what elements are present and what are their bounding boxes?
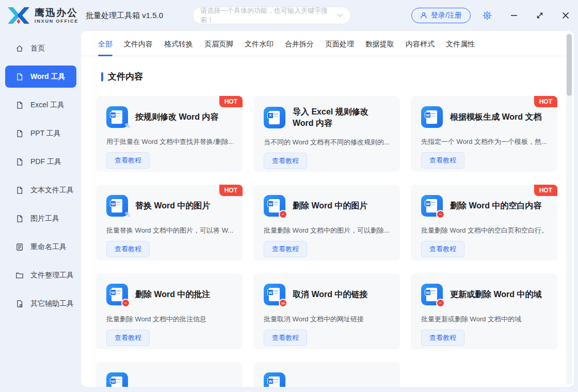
sidebar-item-label: 其它辅助工具 xyxy=(30,299,74,308)
tool-card-partial-1[interactable]: W xyxy=(253,362,400,387)
sidebar-item-label: 首页 xyxy=(30,44,45,53)
tool-card-description: 批量替换 Word 文档中的图片，可以将 W... xyxy=(106,226,233,235)
maximize-button[interactable] xyxy=(534,9,546,22)
tab-4[interactable]: 文件水印 xyxy=(245,31,274,56)
tab-5[interactable]: 合并拆分 xyxy=(285,31,314,56)
maximize-icon xyxy=(535,10,545,21)
tool-card-title: 根据模板生成 Word 文档 xyxy=(450,111,548,123)
file-word-icon xyxy=(15,73,24,81)
pencil-icon: ✎ xyxy=(124,122,131,130)
word-tool-icon: W xyxy=(421,106,443,128)
section-title: 文件内容 xyxy=(108,71,143,83)
word-tool-icon: W∞ xyxy=(264,284,285,305)
home-icon xyxy=(15,44,24,53)
tab-6[interactable]: 页面处理 xyxy=(325,31,354,56)
chevron-down-icon xyxy=(337,13,343,18)
sidebar-item-excel[interactable]: Excel 工具 xyxy=(5,94,76,116)
sidebar-item-other[interactable]: 其它辅助工具 xyxy=(5,292,76,315)
tool-card-5[interactable]: HOTW−删除 Word 中的空白内容批量删除 Word 文档中的空白页和空白行… xyxy=(411,185,557,260)
tab-0[interactable]: 全部 xyxy=(98,31,113,56)
hot-badge: HOT xyxy=(534,96,557,107)
tab-1[interactable]: 文件内容 xyxy=(124,31,153,56)
file-image-icon xyxy=(15,215,24,223)
sidebar-item-rename[interactable]: 重命名工具 xyxy=(5,236,76,258)
function-search-select[interactable]: 请选择一个具体的功能，也可输入关键字搜索！ xyxy=(192,7,351,24)
file-gear-icon xyxy=(15,300,24,308)
view-tutorial-button[interactable]: 查看教程 xyxy=(264,330,307,346)
tool-card-4[interactable]: W−删除 Word 中的图片批量删除 Word 文档中的图片，可以删除...查看… xyxy=(253,185,400,260)
brand-name: 鹰迅办公 xyxy=(35,8,78,18)
word-tool-icon: W− xyxy=(106,284,128,305)
sidebar-item-pdf[interactable]: PDF 工具 xyxy=(5,151,76,173)
login-register-button[interactable]: 登录/注册 xyxy=(411,8,471,23)
tool-card-1[interactable]: X导入 Excel 规则修改 Word 内容当不同的 Word 文档有不同的修改… xyxy=(253,96,400,172)
tab-8[interactable]: 内容样式 xyxy=(406,31,435,56)
tool-card-description: 批量更新或删除 Word 文档中的域 xyxy=(421,315,548,324)
sidebar-item-word[interactable]: Word 工具 xyxy=(5,66,76,88)
sidebar-item-text[interactable]: 文本文件工具 xyxy=(5,179,76,201)
tool-card-6[interactable]: W−删除 Word 中的批注批量删除 Word 文档中的批注信息查看教程 xyxy=(96,273,243,349)
sidebar-item-label: 重命名工具 xyxy=(30,242,67,252)
sidebar-item-home[interactable]: 首页 xyxy=(5,37,76,59)
close-icon xyxy=(560,10,571,21)
view-tutorial-button[interactable]: 查看教程 xyxy=(421,241,464,257)
link-badge-icon: ∞ xyxy=(279,299,287,307)
close-button[interactable] xyxy=(559,9,572,22)
minus-badge-icon: − xyxy=(436,299,445,307)
hot-badge: HOT xyxy=(534,185,557,196)
tool-card-0[interactable]: HOTW✎按规则修改 Word 内容用于批量在 Word 文档中查找并替换/删除… xyxy=(96,96,243,172)
tool-card-description: 批量删除 Word 文档中的图片，可以删除... xyxy=(264,226,391,235)
minimize-button[interactable] xyxy=(508,9,520,22)
tool-card-title: 删除 Word 中的图片 xyxy=(293,200,391,211)
tool-card-7[interactable]: W∞取消 Word 中的链接批量取消 Word 文档中的网址链接查看教程 xyxy=(253,273,400,349)
sidebar-item-label: 文件整理工具 xyxy=(30,271,74,280)
word-tool-icon: X xyxy=(264,107,285,128)
vertical-scrollbar[interactable] xyxy=(566,33,572,385)
tab-3[interactable]: 页眉页脚 xyxy=(204,31,233,56)
sidebar-item-organize[interactable]: 文件整理工具 xyxy=(5,264,76,286)
tool-card-title: 更新或删除 Word 中的域 xyxy=(450,289,548,300)
sidebar-item-ppt[interactable]: PPT 工具 xyxy=(5,122,76,144)
word-tool-icon: W− xyxy=(421,195,443,217)
tool-card-description: 当不同的 Word 文档有不同的修改规则的... xyxy=(264,138,391,147)
app-title: 批量处理工具箱 v1.5.0 xyxy=(86,11,163,21)
scrollbar-thumb[interactable] xyxy=(567,34,572,96)
view-tutorial-button[interactable]: 查看教程 xyxy=(421,330,464,346)
tool-card-grid: HOTW✎按规则修改 Word 内容用于批量在 Word 文档中查找并替换/删除… xyxy=(96,96,557,387)
sidebar-item-label: 图片工具 xyxy=(30,214,59,223)
sidebar-item-image[interactable]: 图片工具 xyxy=(5,207,76,230)
folder-icon xyxy=(15,271,24,280)
tool-card-title: 删除 Word 中的空白内容 xyxy=(450,200,548,211)
sidebar-item-label: PPT 工具 xyxy=(30,129,61,138)
hot-badge: HOT xyxy=(219,185,243,196)
tool-card-title: 替换 Word 中的图片 xyxy=(135,200,233,211)
file-text-icon xyxy=(15,186,24,194)
search-placeholder: 请选择一个具体的功能，也可输入关键字搜索！ xyxy=(200,6,337,25)
tool-card-title: 按规则修改 Word 内容 xyxy=(135,111,233,123)
tab-2[interactable]: 格式转换 xyxy=(164,31,193,56)
brand-subtitle: INXUN OFFICE xyxy=(35,19,78,24)
settings-button[interactable] xyxy=(481,9,493,22)
minus-badge-icon: − xyxy=(436,210,445,219)
view-tutorial-button[interactable]: 查看教程 xyxy=(264,153,307,169)
word-tool-icon: W− xyxy=(264,195,285,217)
tab-9[interactable]: 文件属性 xyxy=(446,31,475,56)
tool-card-partial-0[interactable]: W xyxy=(96,362,243,387)
view-tutorial-button[interactable]: 查看教程 xyxy=(106,152,150,169)
file-pdf-icon xyxy=(15,158,24,166)
tool-card-title: 删除 Word 中的批注 xyxy=(135,289,233,300)
view-tutorial-button[interactable]: 查看教程 xyxy=(106,241,150,257)
sidebar-item-label: Word 工具 xyxy=(30,72,65,81)
view-tutorial-button[interactable]: 查看教程 xyxy=(421,152,464,169)
word-tool-icon: W✎ xyxy=(106,195,128,217)
tab-7[interactable]: 数据提取 xyxy=(365,31,394,56)
view-tutorial-button[interactable]: 查看教程 xyxy=(264,241,307,257)
tool-card-3[interactable]: HOTW✎替换 Word 中的图片批量替换 Word 文档中的图片，可以将 W.… xyxy=(96,185,243,260)
tool-card-description: 用于批量在 Word 文档中查找并替换/删除... xyxy=(106,137,233,146)
file-excel-icon xyxy=(15,101,24,109)
tool-card-8[interactable]: W−更新或删除 Word 中的域批量更新或删除 Word 文档中的域查看教程 xyxy=(411,273,557,349)
file-ppt-icon xyxy=(15,129,24,138)
pencil-icon: ✎ xyxy=(124,210,131,219)
tool-card-2[interactable]: HOTW根据模板生成 Word 文档先指定一个 Word 文档作为一个模板，然.… xyxy=(411,96,557,172)
view-tutorial-button[interactable]: 查看教程 xyxy=(106,330,150,346)
